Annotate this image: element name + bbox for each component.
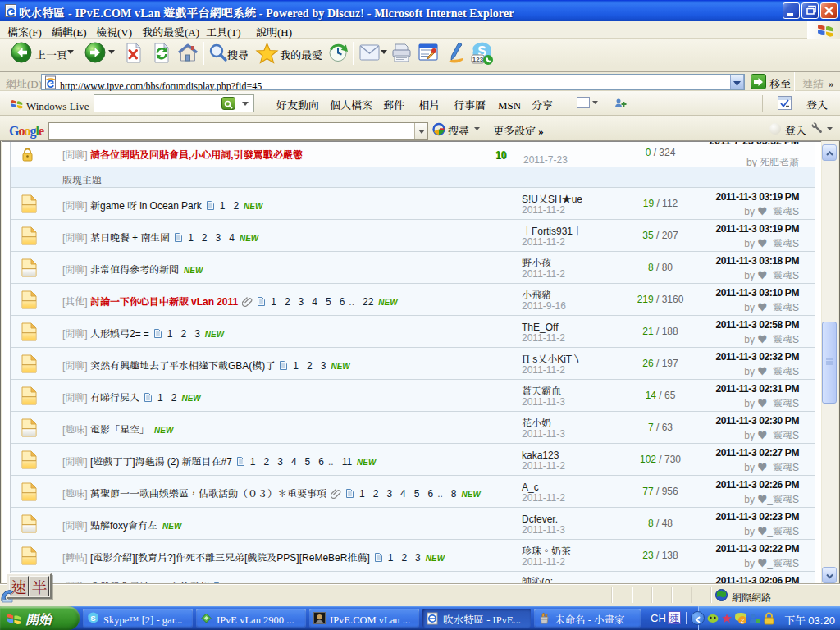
svg-text:2: 2 [741,617,745,624]
svg-text:123: 123 [472,56,484,63]
svg-text:S: S [90,614,95,623]
